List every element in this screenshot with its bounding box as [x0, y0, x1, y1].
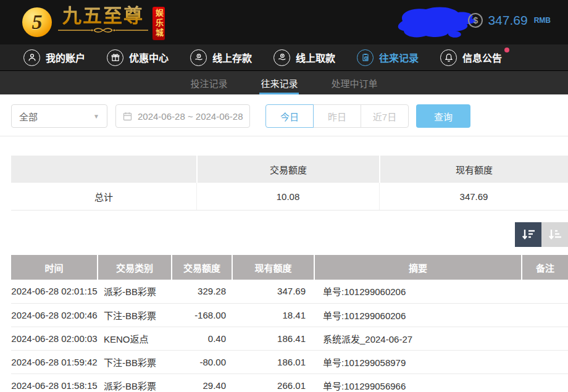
tab-label: 投注记录 — [190, 77, 227, 90]
nav-label: 优惠中心 — [129, 50, 169, 65]
quick-range-today[interactable]: 今日 — [265, 104, 314, 128]
notification-dot — [504, 48, 509, 52]
table-row: 2024-06-28 02:00:46 下注-BB彩票 -168.00 18.4… — [11, 303, 568, 327]
cell-balance: 347.69 — [232, 280, 314, 303]
cell-remark — [522, 350, 568, 373]
cell-summary: 系统派发_2024-06-27 — [314, 327, 522, 350]
account-balance[interactable]: $ 347.69 RMB — [468, 13, 551, 28]
nav-label: 我的账户 — [46, 50, 85, 65]
balance-currency: RMB — [534, 16, 551, 25]
active-tab-underline — [259, 93, 299, 94]
cell-balance: 186.41 — [232, 327, 314, 350]
nav-item-my-account[interactable]: 我的账户 — [23, 49, 85, 66]
brand-badge: 娱乐城 — [152, 7, 165, 40]
summary-total-row: 总计 10.08 347.69 — [11, 183, 568, 210]
tab-label: 处理中订单 — [332, 77, 378, 90]
cell-balance: 266.01 — [232, 373, 314, 392]
withdraw-icon — [274, 49, 290, 66]
dollar-coin-icon: $ — [468, 13, 483, 28]
cell-remark — [522, 327, 568, 350]
cell-amount: 29.40 — [172, 373, 232, 392]
quick-range-group: 今日 昨日 近7日 — [265, 104, 409, 128]
cell-remark — [522, 303, 568, 327]
summary-header-row: 交易额度 现有额度 — [11, 156, 568, 183]
site-logo[interactable]: 5 九五至尊 娱乐城 — [22, 6, 165, 40]
chevron-down-icon: ▼ — [93, 113, 99, 120]
quick-range-yesterday[interactable]: 昨日 — [313, 104, 361, 128]
tab-pending-orders[interactable]: 处理中订单 — [330, 71, 379, 94]
cell-amount: -80.00 — [172, 350, 232, 373]
tab-transaction-records[interactable]: 往来记录 — [259, 71, 299, 94]
cell-time: 2024-06-28 02:01:15 — [11, 280, 98, 303]
nav-item-announcements[interactable]: 信息公告 — [440, 49, 502, 66]
tab-label: 往来记录 — [261, 77, 298, 90]
summary-header-trade: 交易额度 — [196, 156, 379, 183]
cell-time: 2024-06-28 02:00:03 — [11, 327, 98, 350]
brand-name: 九五至尊 — [62, 6, 144, 27]
summary-header-empty — [11, 156, 196, 183]
search-button[interactable]: 查询 — [416, 104, 470, 128]
cell-balance: 18.41 — [232, 303, 314, 327]
cell-type: 派彩-BB彩票 — [98, 373, 172, 392]
tab-bet-records[interactable]: 投注记录 — [189, 71, 228, 94]
main-navigation: 我的账户 优惠中心 线上存款 线上取款 — [0, 44, 568, 71]
transactions-table: 时间 交易类别 交易额度 现有额度 摘要 备注 2024-06-28 02:01… — [11, 255, 568, 392]
cell-time: 2024-06-28 01:58:15 — [11, 373, 98, 392]
balance-amount: 347.69 — [488, 13, 527, 28]
cell-summary: 单号:101299058979 — [314, 350, 522, 373]
top-header: 5 九五至尊 娱乐城 $ 347.69 RMB — [0, 0, 568, 44]
cell-summary: 单号:101299060206 — [314, 303, 522, 327]
table-row: 2024-06-28 02:00:03 KENO返点 0.40 186.41 系… — [11, 327, 568, 350]
cell-summary: 单号:101299056966 — [314, 373, 522, 392]
username-redaction-scribble — [394, 4, 480, 43]
col-header-remark: 备注 — [522, 255, 568, 280]
type-select[interactable]: 全部 ▼ — [11, 104, 107, 128]
quick-range-7days[interactable]: 近7日 — [361, 104, 409, 128]
cell-amount: -168.00 — [172, 303, 232, 327]
gift-icon — [107, 49, 123, 66]
calendar-icon — [122, 111, 133, 122]
col-header-time: 时间 — [11, 255, 98, 280]
col-header-amount: 交易额度 — [172, 255, 232, 280]
date-range-value: 2024-06-28 ~ 2024-06-28 — [138, 111, 243, 122]
nav-item-deposit[interactable]: 线上存款 — [190, 49, 252, 66]
sort-descending-icon — [521, 227, 536, 242]
cell-time: 2024-06-28 02:00:46 — [11, 303, 98, 327]
table-header-row: 时间 交易类别 交易额度 现有额度 摘要 备注 — [11, 255, 568, 280]
col-header-type: 交易类别 — [98, 255, 172, 280]
nav-label: 线上取款 — [296, 50, 335, 65]
nav-item-promotions[interactable]: 优惠中心 — [107, 49, 169, 66]
nav-label: 线上存款 — [212, 50, 252, 65]
table-row: 2024-06-28 02:01:15 派彩-BB彩票 329.28 347.6… — [11, 280, 568, 303]
bell-icon — [440, 49, 457, 66]
col-header-summary: 摘要 — [314, 255, 522, 280]
col-header-balance: 现有额度 — [232, 255, 314, 280]
logo-emblem-icon: 5 — [22, 7, 52, 37]
cell-time: 2024-06-28 01:59:42 — [11, 350, 98, 373]
cell-balance: 186.01 — [232, 350, 314, 373]
table-row: 2024-06-28 01:58:15 派彩-BB彩票 29.40 266.01… — [11, 373, 568, 392]
summary-trade-total: 10.08 — [196, 183, 379, 210]
records-icon — [357, 49, 374, 66]
table-row: 2024-06-28 01:59:42 下注-BB彩票 -80.00 186.0… — [11, 350, 568, 373]
cell-type: 下注-BB彩票 — [98, 350, 172, 373]
cell-summary: 单号:101299060206 — [314, 280, 522, 303]
type-select-value: 全部 — [19, 110, 38, 123]
sort-ascending-button[interactable] — [541, 222, 568, 247]
cell-remark — [522, 280, 568, 303]
cell-type: 派彩-BB彩票 — [98, 280, 172, 303]
section-divider — [0, 136, 568, 136]
nav-label: 往来记录 — [379, 50, 419, 65]
nav-item-transaction-records[interactable]: 往来记录 — [357, 49, 419, 66]
user-icon — [23, 49, 40, 66]
nav-item-withdraw[interactable]: 线上取款 — [274, 49, 335, 66]
summary-table: 交易额度 现有额度 总计 10.08 347.69 — [11, 156, 568, 211]
summary-balance-total: 347.69 — [379, 183, 568, 210]
cell-type: KENO返点 — [98, 327, 172, 350]
cell-amount: 0.40 — [172, 327, 232, 350]
sort-descending-button[interactable] — [515, 222, 541, 247]
deposit-icon — [190, 49, 207, 66]
sort-ascending-icon — [548, 227, 562, 242]
date-range-picker[interactable]: 2024-06-28 ~ 2024-06-28 — [115, 104, 250, 128]
cell-amount: 329.28 — [172, 280, 232, 303]
